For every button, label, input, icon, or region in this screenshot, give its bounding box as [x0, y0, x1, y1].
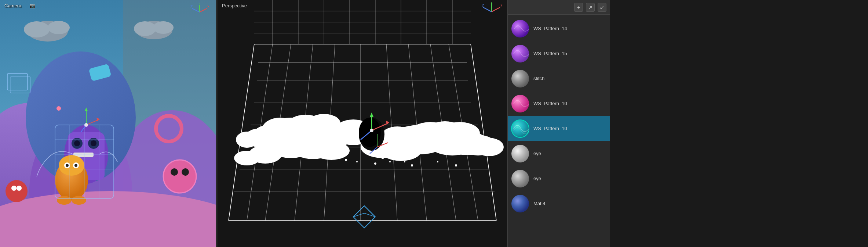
svg-line-60	[492, 7, 500, 12]
svg-point-133	[389, 161, 391, 162]
material-name-ws_pattern_14: WS_Pattern_14	[533, 26, 607, 31]
svg-point-132	[382, 157, 384, 159]
material-sphere-stitch	[511, 69, 530, 88]
svg-point-125	[313, 142, 350, 160]
svg-point-138	[345, 159, 347, 161]
material-item-stitch[interactable]: stitch	[508, 66, 610, 91]
svg-point-13	[0, 191, 216, 247]
perspective-axis-widget: X Y Z	[482, 2, 502, 22]
svg-point-154	[511, 70, 529, 87]
svg-point-158	[511, 170, 529, 187]
material-item-ws_pattern_15[interactable]: WS_Pattern_15	[508, 41, 610, 66]
svg-point-109	[307, 114, 340, 132]
material-item-ws_pattern_14[interactable]: WS_Pattern_14	[508, 16, 610, 41]
svg-point-107	[236, 132, 258, 148]
svg-point-18	[134, 21, 156, 36]
svg-line-4	[192, 8, 200, 12]
add-material-button[interactable]: +	[574, 3, 583, 12]
material-sphere-ws_pattern_15	[511, 44, 530, 63]
svg-text:X: X	[500, 3, 502, 8]
svg-point-122	[440, 122, 480, 144]
material-sphere-mat4	[511, 194, 530, 213]
svg-point-33	[57, 196, 72, 205]
camera-scene	[0, 0, 216, 247]
svg-point-31	[66, 164, 69, 167]
perspective-scene	[218, 0, 507, 247]
material-sphere-eye2	[511, 169, 530, 188]
svg-line-64	[483, 7, 492, 12]
svg-point-28	[59, 155, 84, 176]
svg-point-111	[263, 121, 289, 136]
material-item-mat4[interactable]: Mat.4	[508, 191, 610, 216]
perspective-viewport-label: Perspective	[222, 3, 247, 8]
svg-point-15	[24, 21, 50, 37]
material-name-eye1: eye	[533, 151, 607, 156]
svg-point-38	[182, 168, 189, 176]
material-name-ws_pattern_10a: WS_Pattern_10	[533, 101, 607, 106]
svg-point-16	[48, 21, 70, 34]
svg-point-137	[356, 161, 358, 162]
camera-icon: 📷	[29, 3, 35, 8]
svg-point-59	[56, 106, 61, 111]
svg-point-139	[437, 161, 438, 162]
svg-point-153	[511, 45, 529, 62]
material-list: WS_Pattern_14WS_Pattern_15stitchWS_Patte…	[508, 15, 610, 247]
material-item-ws_pattern_10b[interactable]: WS_Pattern_10	[508, 116, 610, 141]
camera-viewport-label: Camera	[4, 3, 21, 8]
material-name-mat4: Mat.4	[533, 201, 607, 206]
svg-point-135	[404, 161, 405, 162]
material-name-ws_pattern_15: WS_Pattern_15	[533, 51, 607, 56]
export-button[interactable]: ↗	[586, 3, 595, 12]
svg-point-58	[84, 123, 88, 127]
material-sphere-ws_pattern_14	[511, 19, 530, 38]
material-sphere-eye1	[511, 144, 530, 163]
svg-point-40	[11, 186, 17, 191]
svg-point-152	[511, 20, 529, 37]
svg-point-34	[72, 196, 86, 205]
svg-point-146	[370, 129, 373, 132]
material-panel: + ↗ ↙ WS_Pattern_14WS_Pattern_15stitchWS…	[507, 0, 610, 247]
svg-point-24	[74, 140, 80, 146]
svg-point-39	[6, 180, 28, 202]
viewport-camera[interactable]: Camera 📷 X Y Z	[0, 0, 216, 247]
svg-point-157	[511, 145, 529, 162]
svg-text:Y: Y	[198, 3, 201, 5]
material-sphere-ws_pattern_10a	[511, 94, 530, 113]
svg-point-41	[17, 186, 22, 191]
svg-point-156	[511, 120, 529, 137]
svg-point-134	[374, 162, 376, 165]
svg-point-32	[74, 164, 77, 167]
svg-point-37	[171, 168, 178, 176]
import-button[interactable]: ↙	[598, 3, 606, 12]
material-name-eye2: eye	[533, 176, 607, 181]
svg-text:Y: Y	[490, 2, 493, 4]
svg-point-19	[153, 21, 174, 34]
svg-point-140	[455, 164, 457, 167]
svg-line-0	[200, 8, 207, 12]
svg-text:Z: Z	[190, 5, 193, 9]
svg-text:X: X	[207, 5, 209, 9]
material-item-eye2[interactable]: eye	[508, 166, 610, 191]
material-item-eye1[interactable]: eye	[508, 141, 610, 166]
svg-point-136	[411, 164, 413, 167]
material-name-stitch: stitch	[533, 76, 607, 81]
material-item-ws_pattern_10a[interactable]: WS_Pattern_10	[508, 91, 610, 116]
camera-axis-widget: X Y Z	[190, 3, 209, 21]
svg-point-159	[511, 195, 529, 212]
viewport-perspective[interactable]: Perspective X Y Z	[218, 0, 507, 247]
svg-text:Z: Z	[482, 3, 484, 8]
svg-point-155	[511, 95, 529, 112]
material-panel-header: + ↗ ↙	[508, 0, 610, 15]
svg-point-117	[474, 138, 504, 156]
svg-point-127	[234, 151, 260, 165]
svg-point-25	[91, 140, 96, 146]
material-name-ws_pattern_10b: WS_Pattern_10	[533, 126, 607, 131]
material-sphere-ws_pattern_10b	[511, 119, 530, 138]
